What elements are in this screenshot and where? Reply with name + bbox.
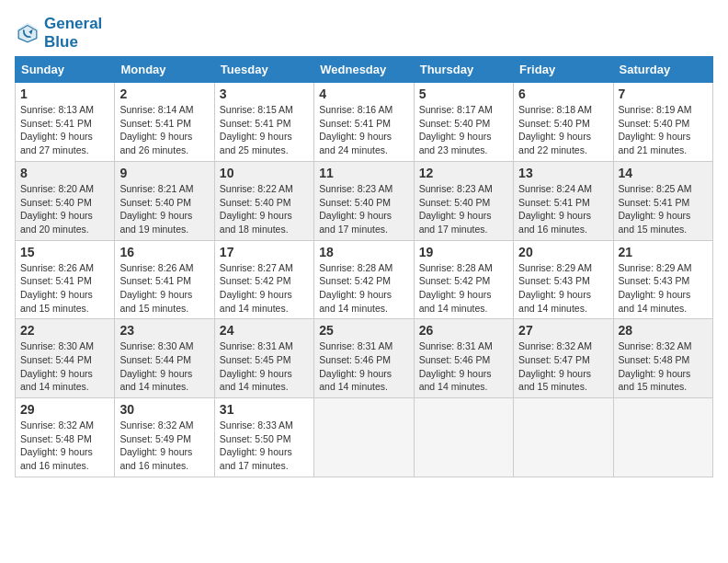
calendar-cell: 5Sunrise: 8:17 AMSunset: 5:40 PMDaylight…	[414, 83, 513, 162]
day-number: 27	[518, 323, 608, 338]
calendar-cell: 22Sunrise: 8:30 AMSunset: 5:44 PMDayligh…	[16, 319, 115, 398]
day-info: Sunrise: 8:31 AMSunset: 5:46 PMDaylight:…	[419, 339, 508, 394]
day-info: Sunrise: 8:29 AMSunset: 5:43 PMDaylight:…	[619, 261, 708, 316]
day-number: 14	[619, 166, 708, 180]
day-number: 3	[220, 86, 309, 101]
day-number: 10	[220, 166, 309, 180]
day-number: 12	[419, 166, 508, 180]
day-info: Sunrise: 8:26 AMSunset: 5:41 PMDaylight:…	[119, 261, 209, 316]
calendar-cell	[414, 398, 513, 477]
day-number: 25	[319, 323, 408, 338]
calendar-cell: 15Sunrise: 8:26 AMSunset: 5:41 PMDayligh…	[16, 240, 115, 319]
calendar-cell	[613, 398, 712, 477]
day-number: 29	[20, 402, 109, 417]
day-info: Sunrise: 8:16 AMSunset: 5:41 PMDaylight:…	[319, 103, 408, 157]
day-info: Sunrise: 8:32 AMSunset: 5:48 PMDaylight:…	[20, 419, 109, 473]
day-number: 21	[619, 245, 708, 259]
day-info: Sunrise: 8:29 AMSunset: 5:43 PMDaylight:…	[518, 261, 608, 316]
calendar-week-row: 22Sunrise: 8:30 AMSunset: 5:44 PMDayligh…	[16, 319, 713, 398]
calendar-cell: 25Sunrise: 8:31 AMSunset: 5:46 PMDayligh…	[314, 319, 414, 398]
day-info: Sunrise: 8:18 AMSunset: 5:40 PMDaylight:…	[518, 103, 608, 157]
day-number: 6	[518, 86, 608, 101]
day-info: Sunrise: 8:28 AMSunset: 5:42 PMDaylight:…	[419, 261, 508, 316]
day-info: Sunrise: 8:25 AMSunset: 5:41 PMDaylight:…	[619, 182, 708, 236]
calendar-week-row: 8Sunrise: 8:20 AMSunset: 5:40 PMDaylight…	[16, 161, 713, 240]
calendar-cell: 7Sunrise: 8:19 AMSunset: 5:40 PMDaylight…	[613, 83, 712, 162]
day-number: 24	[220, 323, 309, 338]
header-monday: Monday	[115, 57, 214, 83]
calendar-cell: 27Sunrise: 8:32 AMSunset: 5:47 PMDayligh…	[514, 319, 613, 398]
calendar-cell: 4Sunrise: 8:16 AMSunset: 5:41 PMDaylight…	[314, 83, 414, 162]
day-number: 1	[20, 86, 109, 101]
calendar-cell: 6Sunrise: 8:18 AMSunset: 5:40 PMDaylight…	[514, 83, 613, 162]
day-info: Sunrise: 8:23 AMSunset: 5:40 PMDaylight:…	[419, 182, 508, 236]
day-info: Sunrise: 8:23 AMSunset: 5:40 PMDaylight:…	[319, 182, 408, 236]
day-info: Sunrise: 8:32 AMSunset: 5:47 PMDaylight:…	[518, 339, 608, 394]
header-thursday: Thursday	[414, 57, 513, 83]
day-number: 19	[419, 245, 508, 259]
day-info: Sunrise: 8:27 AMSunset: 5:42 PMDaylight:…	[220, 261, 309, 316]
header-friday: Friday	[514, 57, 613, 83]
calendar-cell: 28Sunrise: 8:32 AMSunset: 5:48 PMDayligh…	[613, 319, 712, 398]
day-info: Sunrise: 8:24 AMSunset: 5:41 PMDaylight:…	[518, 182, 608, 236]
day-info: Sunrise: 8:15 AMSunset: 5:41 PMDaylight:…	[220, 103, 309, 157]
day-info: Sunrise: 8:14 AMSunset: 5:41 PMDaylight:…	[119, 103, 209, 157]
header-wednesday: Wednesday	[314, 57, 414, 83]
day-number: 28	[619, 323, 708, 338]
day-info: Sunrise: 8:22 AMSunset: 5:40 PMDaylight:…	[220, 182, 309, 236]
calendar-cell: 23Sunrise: 8:30 AMSunset: 5:44 PMDayligh…	[115, 319, 214, 398]
calendar-cell: 17Sunrise: 8:27 AMSunset: 5:42 PMDayligh…	[214, 240, 313, 319]
calendar-cell: 24Sunrise: 8:31 AMSunset: 5:45 PMDayligh…	[214, 319, 313, 398]
day-number: 16	[119, 245, 209, 259]
day-number: 20	[518, 245, 608, 259]
day-info: Sunrise: 8:30 AMSunset: 5:44 PMDaylight:…	[20, 339, 109, 394]
calendar-cell: 14Sunrise: 8:25 AMSunset: 5:41 PMDayligh…	[613, 161, 712, 240]
day-number: 8	[20, 166, 109, 180]
calendar-cell	[514, 398, 613, 477]
day-info: Sunrise: 8:20 AMSunset: 5:40 PMDaylight:…	[20, 182, 109, 236]
logo-text: General Blue	[44, 15, 102, 51]
calendar-week-row: 15Sunrise: 8:26 AMSunset: 5:41 PMDayligh…	[16, 240, 713, 319]
day-info: Sunrise: 8:21 AMSunset: 5:40 PMDaylight:…	[119, 182, 209, 236]
calendar-cell: 9Sunrise: 8:21 AMSunset: 5:40 PMDaylight…	[115, 161, 214, 240]
logo-icon	[15, 20, 40, 46]
calendar-cell: 31Sunrise: 8:33 AMSunset: 5:50 PMDayligh…	[214, 398, 313, 477]
day-info: Sunrise: 8:13 AMSunset: 5:41 PMDaylight:…	[20, 103, 109, 157]
calendar-cell: 29Sunrise: 8:32 AMSunset: 5:48 PMDayligh…	[16, 398, 115, 477]
calendar-cell: 26Sunrise: 8:31 AMSunset: 5:46 PMDayligh…	[414, 319, 513, 398]
calendar-cell: 1Sunrise: 8:13 AMSunset: 5:41 PMDaylight…	[16, 83, 115, 162]
day-number: 2	[119, 86, 209, 101]
calendar-cell: 13Sunrise: 8:24 AMSunset: 5:41 PMDayligh…	[514, 161, 613, 240]
header-saturday: Saturday	[613, 57, 712, 83]
day-number: 22	[20, 323, 109, 338]
day-info: Sunrise: 8:17 AMSunset: 5:40 PMDaylight:…	[419, 103, 508, 157]
calendar-cell: 21Sunrise: 8:29 AMSunset: 5:43 PMDayligh…	[613, 240, 712, 319]
calendar-cell: 11Sunrise: 8:23 AMSunset: 5:40 PMDayligh…	[314, 161, 414, 240]
day-number: 30	[119, 402, 209, 417]
day-info: Sunrise: 8:26 AMSunset: 5:41 PMDaylight:…	[20, 261, 109, 316]
calendar-table: SundayMondayTuesdayWednesdayThursdayFrid…	[15, 56, 713, 477]
day-info: Sunrise: 8:28 AMSunset: 5:42 PMDaylight:…	[319, 261, 408, 316]
calendar-week-row: 29Sunrise: 8:32 AMSunset: 5:48 PMDayligh…	[16, 398, 713, 477]
calendar-header-row: SundayMondayTuesdayWednesdayThursdayFrid…	[16, 57, 713, 83]
day-info: Sunrise: 8:33 AMSunset: 5:50 PMDaylight:…	[220, 419, 309, 473]
logo: General Blue	[15, 15, 102, 51]
calendar-cell: 30Sunrise: 8:32 AMSunset: 5:49 PMDayligh…	[115, 398, 214, 477]
page-header: General Blue	[15, 15, 713, 51]
day-number: 13	[518, 166, 608, 180]
calendar-cell: 2Sunrise: 8:14 AMSunset: 5:41 PMDaylight…	[115, 83, 214, 162]
calendar-cell: 18Sunrise: 8:28 AMSunset: 5:42 PMDayligh…	[314, 240, 414, 319]
day-number: 15	[20, 245, 109, 259]
calendar-cell: 3Sunrise: 8:15 AMSunset: 5:41 PMDaylight…	[214, 83, 313, 162]
calendar-cell: 10Sunrise: 8:22 AMSunset: 5:40 PMDayligh…	[214, 161, 313, 240]
calendar-cell	[314, 398, 414, 477]
day-number: 5	[419, 86, 508, 101]
day-info: Sunrise: 8:31 AMSunset: 5:45 PMDaylight:…	[220, 339, 309, 394]
calendar-cell: 16Sunrise: 8:26 AMSunset: 5:41 PMDayligh…	[115, 240, 214, 319]
day-info: Sunrise: 8:32 AMSunset: 5:48 PMDaylight:…	[619, 339, 708, 394]
calendar-cell: 8Sunrise: 8:20 AMSunset: 5:40 PMDaylight…	[16, 161, 115, 240]
header-sunday: Sunday	[16, 57, 115, 83]
calendar-cell: 19Sunrise: 8:28 AMSunset: 5:42 PMDayligh…	[414, 240, 513, 319]
day-info: Sunrise: 8:19 AMSunset: 5:40 PMDaylight:…	[619, 103, 708, 157]
day-number: 23	[119, 323, 209, 338]
